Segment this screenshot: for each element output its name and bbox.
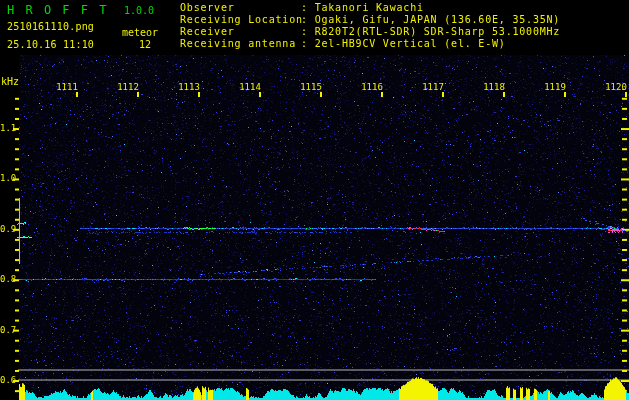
info-value: R820T2(RTL-SDR) SDR-Sharp 53.1000MHz xyxy=(315,26,561,37)
info-label: Observer xyxy=(180,2,301,14)
x-axis-label: 1118 xyxy=(481,82,507,92)
app-version: 1.0.0 xyxy=(124,5,154,16)
station-info-row: Receiving Location: Ogaki, Gifu, JAPAN (… xyxy=(180,14,560,26)
x-axis-label: 1112 xyxy=(115,82,141,92)
info-separator: : xyxy=(301,26,315,37)
info-value: Takanori Kawachi xyxy=(315,2,424,13)
info-value: 2el-HB9CV Vertical (el. E-W) xyxy=(315,38,506,49)
info-separator: : xyxy=(301,38,315,49)
info-value: Ogaki, Gifu, JAPAN (136.60E, 35.35N) xyxy=(315,14,561,25)
station-info-row: Observer: Takanori Kawachi xyxy=(180,2,560,14)
x-axis-label: 1115 xyxy=(298,82,324,92)
station-info-row: Receiving antenna: 2el-HB9CV Vertical (e… xyxy=(180,38,560,50)
x-axis-label: 1113 xyxy=(176,82,202,92)
info-label: Receiving antenna xyxy=(180,38,301,50)
x-axis-label: 1117 xyxy=(420,82,446,92)
info-separator: : xyxy=(301,14,315,25)
y-axis-label: 0.6 xyxy=(0,375,16,385)
x-axis-label: 1119 xyxy=(542,82,568,92)
y-axis-label: 1.1 xyxy=(0,123,16,133)
info-separator: : xyxy=(301,2,315,13)
app-title: H R O F F T xyxy=(7,3,108,17)
y-axis-label: 0.7 xyxy=(0,325,16,335)
y-axis-label: 0.8 xyxy=(0,274,16,284)
y-axis-label: 1.0 xyxy=(0,173,16,183)
station-info: Observer: Takanori KawachiReceiving Loca… xyxy=(180,2,560,50)
mode-label: meteor xyxy=(122,27,158,38)
x-axis-label: 1120 xyxy=(603,82,629,92)
x-axis-label: 1111 xyxy=(54,82,80,92)
x-axis-label: 1116 xyxy=(359,82,385,92)
y-axis-unit: kHz xyxy=(1,76,19,87)
y-axis-label: 0.9 xyxy=(0,224,16,234)
station-info-row: Receiver: R820T2(RTL-SDR) SDR-Sharp 53.1… xyxy=(180,26,560,38)
info-label: Receiver xyxy=(180,26,301,38)
hrofft-screen: { "app": { "title": "H R O F F T", "vers… xyxy=(0,0,629,400)
output-filename: 2510161110.png xyxy=(7,21,94,32)
x-axis-label: 1114 xyxy=(237,82,263,92)
info-label: Receiving Location xyxy=(180,14,301,26)
spectrogram-canvas xyxy=(0,0,629,400)
echo-count: 12 xyxy=(139,39,151,50)
timestamp: 25.10.16 11:10 xyxy=(7,39,94,50)
